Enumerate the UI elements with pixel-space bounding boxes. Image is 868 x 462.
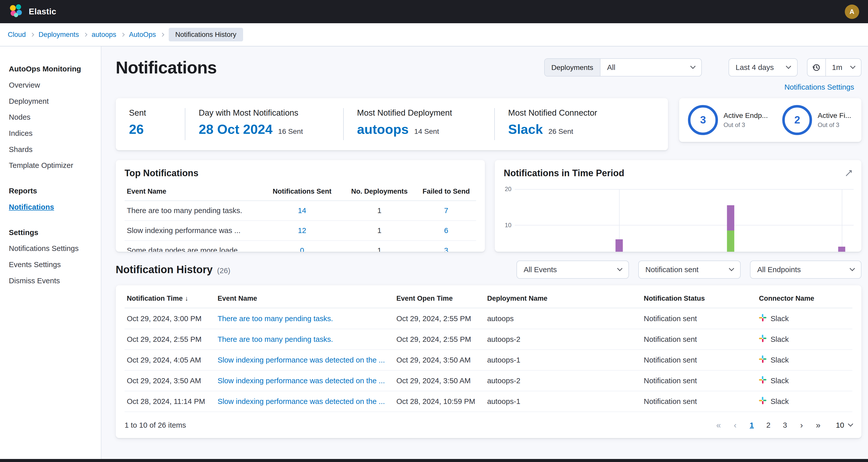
refresh-clock-icon[interactable] — [807, 59, 826, 76]
events-filter-select[interactable]: All Events — [517, 261, 629, 279]
deployments-filter-label: Deployments — [545, 59, 600, 76]
expand-icon[interactable] — [845, 169, 852, 179]
cell-notification-time: Oct 28, 2024, 11:14 PM — [125, 391, 215, 412]
event-name-link[interactable]: Slow indexing performance was detected o… — [218, 376, 385, 385]
event-name-link[interactable]: There are too many pending tasks. — [218, 335, 333, 343]
breadcrumb-autoops-app[interactable]: AutoOps — [129, 31, 156, 39]
sidebar-item-events-settings[interactable]: Events Settings — [9, 257, 92, 273]
user-avatar[interactable]: A — [845, 4, 859, 19]
cell-deployment-name: autoops-1 — [485, 391, 642, 412]
tn-sent-link[interactable]: 14 — [298, 206, 306, 214]
cell-event-open-time: Oct 29, 2024, 2:55 PM — [394, 329, 485, 350]
col-event-open-time[interactable]: Event Open Time — [394, 288, 485, 308]
endpoints-filter-value: All Endpoints — [757, 265, 801, 274]
table-row: Oct 29, 2024, 3:50 AMSlow indexing perfo… — [125, 370, 852, 391]
page-button-1[interactable]: 1 — [744, 417, 759, 433]
sidebar: AutoOps Monitoring Overview Deployment N… — [0, 47, 101, 462]
elastic-brand[interactable]: Elastic — [9, 3, 56, 20]
history-filters: All Events Notification sent All Endpoin… — [517, 261, 862, 279]
table-row: Oct 29, 2024, 2:55 PMThere are too many … — [125, 329, 852, 350]
notifications-settings-link[interactable]: Notifications Settings — [784, 83, 854, 91]
slack-icon — [759, 355, 767, 365]
event-name-link[interactable]: Slow indexing performance was detected o… — [218, 397, 385, 405]
gridline — [515, 189, 854, 190]
page-button-3[interactable]: 3 — [777, 417, 793, 433]
sidebar-item-nodes[interactable]: Nodes — [9, 109, 92, 125]
stat-connector-sub: 26 Sent — [549, 127, 573, 136]
chevron-down-icon — [850, 64, 856, 69]
stat-most-notified-connector: Most Notified Connector Slack 26 Sent — [495, 108, 668, 140]
top-header-bar: Elastic A — [0, 0, 868, 23]
deployments-filter-group[interactable]: Deployments All — [544, 58, 702, 77]
sidebar-item-notifications[interactable]: Notifications — [9, 199, 92, 215]
tn-col-event-name: Event Name — [125, 184, 262, 201]
col-event-name[interactable]: Event Name — [215, 288, 394, 308]
sidebar-item-notifications-settings[interactable]: Notifications Settings — [9, 240, 92, 257]
cell-connector-name: Slack — [770, 356, 788, 364]
table-row: Oct 28, 2024, 11:14 PMSlow indexing perf… — [125, 391, 852, 412]
auto-refresh-control[interactable]: 1m — [807, 58, 861, 77]
cell-deployment-name: autoops-1 — [485, 350, 642, 370]
sidebar-item-deployment[interactable]: Deployment — [9, 93, 92, 109]
table-row: Oct 29, 2024, 4:05 AMSlow indexing perfo… — [125, 350, 852, 370]
chart-plot — [515, 189, 854, 252]
sidebar-item-template-optimizer[interactable]: Template Optimizer — [9, 157, 92, 173]
tn-failed-link[interactable]: 7 — [444, 206, 448, 214]
active-endpoints-card: 3 Active Endp... Out of 3 2 Active Fi...… — [679, 98, 861, 142]
sidebar-item-indices[interactable]: Indices — [9, 125, 92, 141]
cell-notification-status: Notification sent — [642, 329, 757, 350]
first-page-button[interactable]: « — [711, 417, 726, 433]
sidebar-item-shards[interactable]: Shards — [9, 141, 92, 157]
col-connector-name[interactable]: Connector Name — [757, 288, 852, 308]
page-button-2[interactable]: 2 — [761, 417, 776, 433]
brand-name: Elastic — [29, 7, 56, 17]
page-size-value: 10 — [836, 421, 844, 429]
toolbar: Deployments All Last 4 days — [544, 58, 862, 77]
tn-event-name: There are too many pending tasks. — [125, 201, 262, 221]
chart-bar-segment — [838, 247, 845, 252]
notification-history-card: Notification Time↓ Event Name Event Open… — [116, 285, 862, 438]
endpoints-filter-select[interactable]: All Endpoints — [750, 261, 861, 279]
tn-col-no-deployments: No. Deployments — [342, 184, 416, 201]
status-filter-select[interactable]: Notification sent — [638, 261, 741, 279]
next-page-button[interactable]: › — [794, 417, 809, 433]
stat-most-notified-deployment: Most Notified Deployment autoops 14 Sent — [344, 108, 495, 140]
tn-sent-link[interactable]: 0 — [300, 246, 304, 252]
tn-sent-link[interactable]: 12 — [298, 226, 306, 234]
chart-bar-segment — [727, 205, 734, 231]
top-notifications-title: Top Notifications — [125, 168, 476, 178]
cell-notification-time: Oct 29, 2024, 4:05 AM — [125, 350, 215, 370]
tn-failed-link[interactable]: 6 — [444, 226, 448, 234]
stat-deployment-sub: 14 Sent — [414, 127, 439, 136]
chevron-right-icon — [30, 33, 34, 37]
tn-failed-link[interactable]: 3 — [444, 246, 448, 252]
active-filters-ring-group: 2 Active Fi... Out of 3 — [782, 105, 851, 135]
last-page-button[interactable]: » — [810, 417, 826, 433]
notification-history-table: Notification Time↓ Event Name Event Open… — [125, 288, 852, 412]
col-deployment-name[interactable]: Deployment Name — [485, 288, 642, 308]
col-notification-status[interactable]: Notification Status — [642, 288, 757, 308]
prev-page-button[interactable]: ‹ — [727, 417, 743, 433]
stat-deployment-label: Most Notified Deployment — [357, 108, 481, 118]
cell-deployment-name: autoops — [485, 308, 642, 329]
breadcrumb-autoops[interactable]: autoops — [92, 31, 116, 39]
event-name-link[interactable]: There are too many pending tasks. — [218, 314, 333, 323]
cell-connector-name: Slack — [770, 376, 788, 385]
event-name-link[interactable]: Slow indexing performance was detected o… — [218, 356, 385, 364]
active-filters-label: Active Fi... — [817, 111, 851, 120]
stat-connector-value: Slack — [508, 121, 543, 137]
table-row: Oct 29, 2024, 3:00 PMThere are too many … — [125, 308, 852, 329]
cell-notification-status: Notification sent — [642, 350, 757, 370]
stat-sent: Sent 26 — [116, 108, 186, 140]
chevron-down-icon — [849, 266, 855, 271]
tn-event-name: Some data nodes are more loade... — [125, 240, 262, 252]
slack-icon — [759, 335, 767, 344]
breadcrumb-deployments[interactable]: Deployments — [39, 31, 79, 39]
time-range-select[interactable]: Last 4 days — [728, 58, 798, 77]
breadcrumb-cloud[interactable]: Cloud — [8, 31, 26, 39]
page-size-select[interactable]: 10 — [836, 421, 852, 429]
sidebar-item-dismiss-events[interactable]: Dismiss Events — [9, 273, 92, 289]
breadcrumb-current: Notifications History — [169, 28, 243, 41]
sidebar-item-overview[interactable]: Overview — [9, 77, 92, 93]
col-notification-time[interactable]: Notification Time↓ — [125, 288, 215, 308]
